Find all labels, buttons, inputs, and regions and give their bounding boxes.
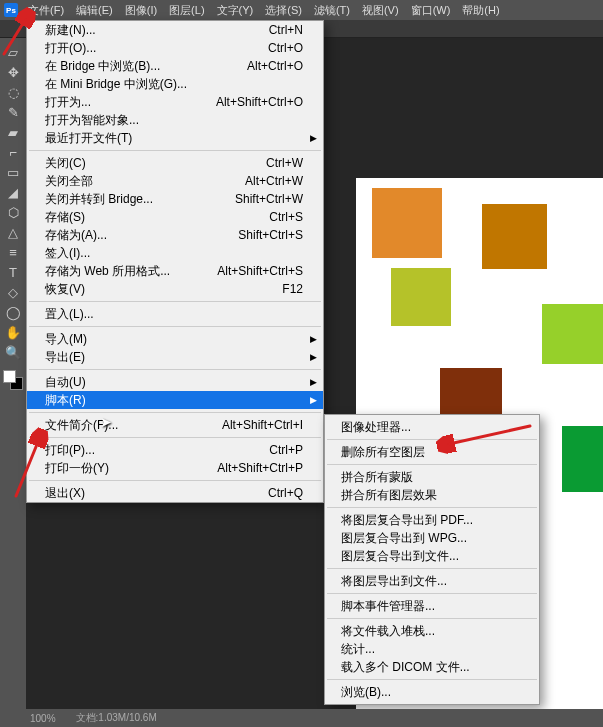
color-square xyxy=(562,426,603,492)
submenu-item[interactable]: 删除所有空图层 xyxy=(325,443,539,461)
cursor-icon: ➤ xyxy=(100,414,112,430)
menu-item[interactable]: 打开为...Alt+Shift+Ctrl+O xyxy=(27,93,323,111)
menu-shortcut: Ctrl+O xyxy=(268,41,303,55)
menu-separator xyxy=(29,437,321,438)
color-square xyxy=(482,204,547,269)
menu-item-label: 打开为智能对象... xyxy=(45,112,139,129)
menu-item[interactable]: 文件简介(F)...Alt+Shift+Ctrl+I xyxy=(27,416,323,434)
menu-edit[interactable]: 编辑(E) xyxy=(70,1,119,20)
menu-separator xyxy=(327,464,537,465)
color-square xyxy=(372,188,442,258)
menu-shortcut: Shift+Ctrl+S xyxy=(238,228,303,242)
menu-item[interactable]: 在 Bridge 中浏览(B)...Alt+Ctrl+O xyxy=(27,57,323,75)
tool-icon[interactable]: ▭ xyxy=(3,162,23,182)
menu-item[interactable]: 恢复(V)F12 xyxy=(27,280,323,298)
menu-file[interactable]: 文件(F) xyxy=(22,1,70,20)
submenu-item[interactable]: 载入多个 DICOM 文件... xyxy=(325,658,539,676)
submenu-item[interactable]: 脚本事件管理器... xyxy=(325,597,539,615)
menu-item[interactable]: 关闭(C)Ctrl+W xyxy=(27,154,323,172)
tool-icon[interactable]: 🔍 xyxy=(3,342,23,362)
menu-shortcut: Ctrl+Q xyxy=(268,486,303,500)
menu-item[interactable]: 打开(O)...Ctrl+O xyxy=(27,39,323,57)
menu-item[interactable]: 导入(M)▶ xyxy=(27,330,323,348)
submenu-item[interactable]: 将图层复合导出到 PDF... xyxy=(325,511,539,529)
menu-item[interactable]: 打印(P)...Ctrl+P xyxy=(27,441,323,459)
tool-icon[interactable]: ✎ xyxy=(3,102,23,122)
menu-item[interactable]: 存储为 Web 所用格式...Alt+Shift+Ctrl+S xyxy=(27,262,323,280)
tool-icon[interactable]: ◢ xyxy=(3,182,23,202)
menu-help[interactable]: 帮助(H) xyxy=(456,1,505,20)
submenu-item[interactable]: 浏览(B)... xyxy=(325,683,539,701)
menu-item[interactable]: 关闭全部Alt+Ctrl+W xyxy=(27,172,323,190)
submenu-item-label: 将图层导出到文件... xyxy=(341,573,447,590)
tool-icon[interactable]: ⬡ xyxy=(3,202,23,222)
menu-shortcut: Alt+Ctrl+O xyxy=(247,59,303,73)
menu-item[interactable]: 置入(L)... xyxy=(27,305,323,323)
menu-item-label: 打印(P)... xyxy=(45,442,95,459)
menu-separator xyxy=(327,568,537,569)
tool-icon[interactable]: ◇ xyxy=(3,282,23,302)
menu-filter[interactable]: 滤镜(T) xyxy=(308,1,356,20)
menu-shortcut: F12 xyxy=(282,282,303,296)
submenu-item[interactable]: 将文件载入堆栈... xyxy=(325,622,539,640)
menu-item-label: 最近打开文件(T) xyxy=(45,130,132,147)
menu-item[interactable]: 自动(U)▶ xyxy=(27,373,323,391)
menu-shortcut: Ctrl+P xyxy=(269,443,303,457)
doc-size: 文档:1.03M/10.6M xyxy=(76,711,157,725)
submenu-item[interactable]: 拼合所有蒙版 xyxy=(325,468,539,486)
menu-select[interactable]: 选择(S) xyxy=(259,1,308,20)
submenu-item[interactable]: 统计... xyxy=(325,640,539,658)
menu-item[interactable]: 退出(X)Ctrl+Q xyxy=(27,484,323,502)
submenu-arrow-icon: ▶ xyxy=(310,395,317,405)
menu-item[interactable]: 打开为智能对象... xyxy=(27,111,323,129)
color-square xyxy=(542,304,603,364)
menu-item[interactable]: 在 Mini Bridge 中浏览(G)... xyxy=(27,75,323,93)
submenu-item[interactable]: 拼合所有图层效果 xyxy=(325,486,539,504)
tool-icon[interactable]: ✥ xyxy=(3,62,23,82)
menu-separator xyxy=(29,412,321,413)
foreground-color[interactable] xyxy=(3,370,16,383)
status-bar: 100% 文档:1.03M/10.6M xyxy=(0,709,603,727)
menu-item[interactable]: 存储(S)Ctrl+S xyxy=(27,208,323,226)
zoom-level: 100% xyxy=(30,713,56,724)
menu-item-label: 导出(E) xyxy=(45,349,85,366)
tool-icon[interactable]: ▱ xyxy=(3,42,23,62)
menu-item-label: 自动(U) xyxy=(45,374,86,391)
menu-item-label: 关闭(C) xyxy=(45,155,86,172)
menu-type[interactable]: 文字(Y) xyxy=(211,1,260,20)
color-swatch[interactable] xyxy=(3,370,23,390)
menu-shortcut: Ctrl+W xyxy=(266,156,303,170)
submenu-item[interactable]: 图层复合导出到 WPG... xyxy=(325,529,539,547)
submenu-item[interactable]: 图层复合导出到文件... xyxy=(325,547,539,565)
menu-layer[interactable]: 图层(L) xyxy=(163,1,210,20)
menu-image[interactable]: 图像(I) xyxy=(119,1,163,20)
tool-icon[interactable]: ◌ xyxy=(3,82,23,102)
tool-icon[interactable]: ⌐ xyxy=(3,142,23,162)
menu-item[interactable]: 打印一份(Y)Alt+Shift+Ctrl+P xyxy=(27,459,323,477)
submenu-item-label: 图层复合导出到文件... xyxy=(341,548,459,565)
menu-separator xyxy=(29,301,321,302)
menu-item-label: 置入(L)... xyxy=(45,306,94,323)
menu-item-label: 存储为(A)... xyxy=(45,227,107,244)
tool-icon[interactable]: ✋ xyxy=(3,322,23,342)
tool-icon[interactable]: ◯ xyxy=(3,302,23,322)
menu-item[interactable]: 最近打开文件(T)▶ xyxy=(27,129,323,147)
tool-icon[interactable]: ≡ xyxy=(3,242,23,262)
submenu-item[interactable]: 图像处理器... xyxy=(325,418,539,436)
tool-icon[interactable]: ▰ xyxy=(3,122,23,142)
tool-icon[interactable]: △ xyxy=(3,222,23,242)
menu-window[interactable]: 窗口(W) xyxy=(405,1,457,20)
color-square xyxy=(391,268,451,326)
submenu-arrow-icon: ▶ xyxy=(310,352,317,362)
menu-item[interactable]: 签入(I)... xyxy=(27,244,323,262)
menu-item[interactable]: 新建(N)...Ctrl+N xyxy=(27,21,323,39)
menu-item[interactable]: 导出(E)▶ xyxy=(27,348,323,366)
tool-icon[interactable]: T xyxy=(3,262,23,282)
file-dropdown: 新建(N)...Ctrl+N打开(O)...Ctrl+O在 Bridge 中浏览… xyxy=(26,20,324,503)
menu-item[interactable]: 关闭并转到 Bridge...Shift+Ctrl+W xyxy=(27,190,323,208)
menu-item[interactable]: 存储为(A)...Shift+Ctrl+S xyxy=(27,226,323,244)
menu-item[interactable]: 脚本(R)▶ xyxy=(27,391,323,409)
tools-panel: ▱✥◌✎▰⌐▭◢⬡△≡T◇◯✋🔍 xyxy=(0,38,26,709)
menu-view[interactable]: 视图(V) xyxy=(356,1,405,20)
submenu-item[interactable]: 将图层导出到文件... xyxy=(325,572,539,590)
